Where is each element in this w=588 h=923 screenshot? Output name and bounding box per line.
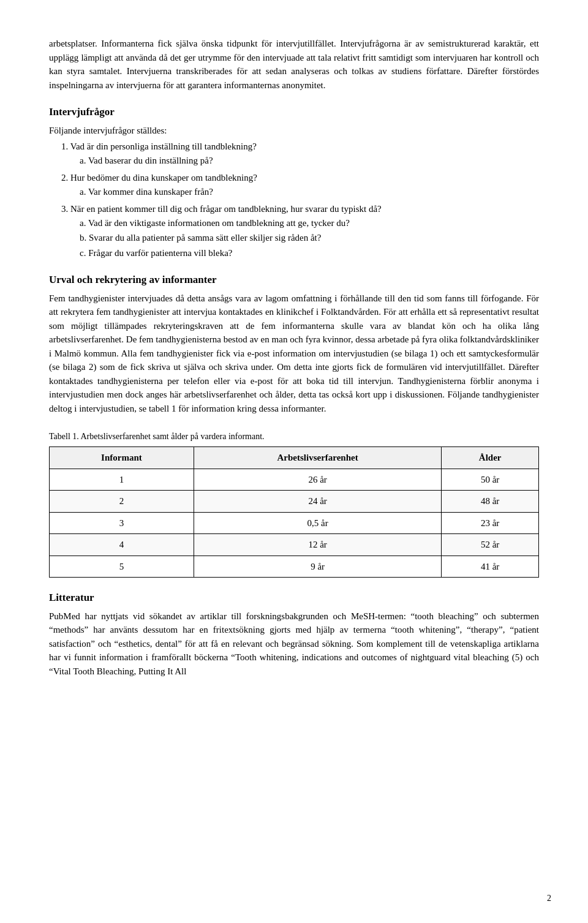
interview-heading: Intervjufrågor (49, 104, 539, 120)
table-cell: 26 år (194, 469, 441, 491)
table-cell: 52 år (442, 534, 539, 556)
table-row: 59 år41 år (50, 556, 539, 578)
table-col-header: Informant (50, 447, 194, 469)
table-cell: 23 år (442, 512, 539, 534)
table-cell: 12 år (194, 534, 441, 556)
sub-questions: a. Vad är den viktigaste informationen o… (80, 216, 539, 260)
intro-paragraph: arbetsplatser. Informanterna fick själva… (49, 37, 539, 92)
table-cell: 4 (50, 534, 194, 556)
sub-question-item: b. Svarar du alla patienter på samma sät… (80, 231, 539, 245)
interview-intro: Följande intervjufrågor ställdes: (49, 124, 539, 138)
table-cell: 24 år (194, 491, 441, 513)
litteratur-text: PubMed har nyttjats vid sökandet av arti… (49, 609, 539, 679)
table-cell: 1 (50, 469, 194, 491)
table-row: 412 år52 år (50, 534, 539, 556)
table-cell: 3 (50, 512, 194, 534)
informant-table: InformantArbetslivserfarenhetÅlder 126 å… (49, 446, 539, 578)
table-cell: 50 år (442, 469, 539, 491)
question-item: 1. Vad är din personliga inställning til… (61, 140, 539, 167)
table-header-row: InformantArbetslivserfarenhetÅlder (50, 447, 539, 469)
table-cell: 48 år (442, 491, 539, 513)
litteratur-heading: Litteratur (49, 590, 539, 606)
table-cell: 2 (50, 491, 194, 513)
table-header: InformantArbetslivserfarenhetÅlder (50, 447, 539, 469)
urval-heading: Urval och rekrytering av informanter (49, 272, 539, 288)
sub-question-item: a. Vad baserar du din inställning på? (80, 154, 539, 168)
question-item: 2. Hur bedömer du dina kunskaper om tand… (61, 171, 539, 198)
table-cell: 9 år (194, 556, 441, 578)
table-row: 224 år48 år (50, 491, 539, 513)
table-row: 126 år50 år (50, 469, 539, 491)
table-body: 126 år50 år224 år48 år30,5 år23 år412 år… (50, 469, 539, 578)
sub-question-item: c. Frågar du varför patienterna vill ble… (80, 246, 539, 260)
table-cell: 41 år (442, 556, 539, 578)
question-item: 3. När en patient kommer till dig och fr… (61, 202, 539, 260)
urval-text: Fem tandhygienister intervjuades då dett… (49, 292, 539, 416)
questions-list: 1. Vad är din personliga inställning til… (61, 140, 539, 260)
question-text: 3. När en patient kommer till dig och fr… (61, 202, 539, 216)
table-col-header: Ålder (442, 447, 539, 469)
question-text: 2. Hur bedömer du dina kunskaper om tand… (61, 171, 539, 185)
table-caption: Tabell 1. Arbetslivserfarenhet samt ålde… (49, 430, 539, 443)
sub-questions: a. Var kommer dina kunskaper från? (80, 185, 539, 199)
sub-question-item: a. Var kommer dina kunskaper från? (80, 185, 539, 199)
table-cell: 5 (50, 556, 194, 578)
table-row: 30,5 år23 år (50, 512, 539, 534)
question-text: 1. Vad är din personliga inställning til… (61, 140, 539, 154)
sub-questions: a. Vad baserar du din inställning på? (80, 154, 539, 168)
sub-question-item: a. Vad är den viktigaste informationen o… (80, 216, 539, 230)
table-cell: 0,5 år (194, 512, 441, 534)
table-col-header: Arbetslivserfarenhet (194, 447, 441, 469)
